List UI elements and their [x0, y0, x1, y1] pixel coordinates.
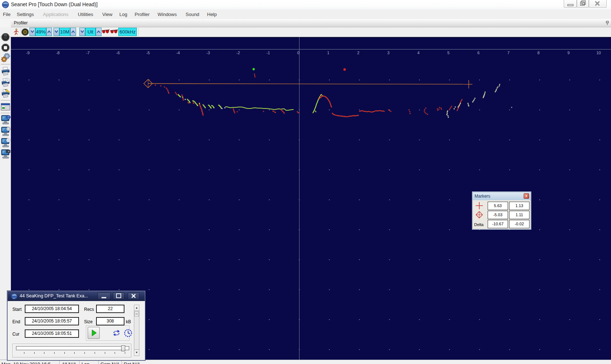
svg-text:-2: -2: [237, 51, 240, 55]
svg-text:-3: -3: [206, 51, 210, 55]
svg-text:-7: -7: [86, 51, 90, 55]
svg-text:10: 10: [596, 51, 601, 55]
svg-text:6: 6: [477, 51, 480, 55]
svg-text:9: 9: [567, 51, 570, 55]
svg-text:-6: -6: [116, 51, 120, 55]
svg-text:2: 2: [357, 51, 360, 55]
svg-text:-9: -9: [26, 51, 30, 55]
svg-text:8: 8: [537, 51, 540, 55]
svg-text:5: 5: [447, 51, 449, 55]
svg-text:-4: -4: [176, 51, 180, 55]
svg-text:0: 0: [297, 51, 299, 55]
svg-text:7: 7: [507, 51, 509, 55]
svg-text:4: 4: [417, 51, 420, 55]
svg-text:-8: -8: [56, 51, 60, 55]
svg-text:3: 3: [387, 51, 389, 55]
svg-text:-5: -5: [146, 51, 150, 55]
svg-text:1: 1: [327, 51, 329, 55]
svg-text:-1: -1: [266, 51, 270, 55]
